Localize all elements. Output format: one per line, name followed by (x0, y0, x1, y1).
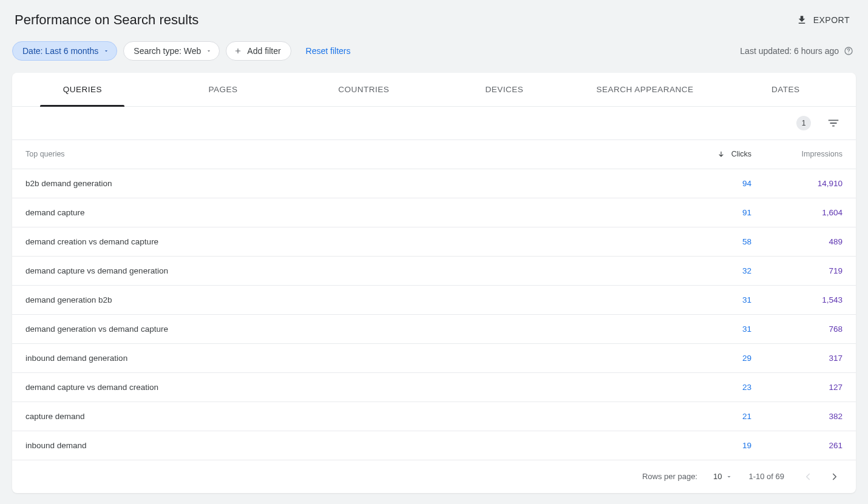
table-row[interactable]: capture demand21382 (12, 402, 856, 431)
clicks-cell: 19 (680, 431, 765, 460)
search-type-label: Search type: Web (134, 46, 201, 56)
date-filter-label: Date: Last 6 months (22, 46, 98, 56)
plus-icon (234, 47, 242, 55)
column-header-impressions[interactable]: Impressions (765, 140, 856, 169)
reset-filters-link[interactable]: Reset filters (306, 46, 351, 56)
chevron-right-icon (829, 471, 840, 482)
export-label: EXPORT (813, 15, 850, 25)
last-updated-text: Last updated: 6 hours ago (740, 46, 839, 56)
query-cell: demand generation vs demand capture (12, 314, 680, 343)
chevron-down-icon (103, 48, 109, 54)
pagination-range: 1-10 of 69 (748, 472, 784, 481)
rows-per-page-select[interactable]: 10 (713, 472, 733, 481)
impressions-cell: 261 (765, 431, 856, 460)
rows-per-page-value: 10 (713, 472, 722, 481)
query-cell: inbound demand (12, 431, 680, 460)
clicks-cell: 31 (680, 314, 765, 343)
table-row[interactable]: demand generation vs demand capture31768 (12, 314, 856, 343)
rows-per-page-label: Rows per page: (642, 472, 697, 481)
data-card: QUERIES PAGES COUNTRIES DEVICES SEARCH A… (12, 73, 856, 493)
query-cell: b2b demand generation (12, 169, 680, 198)
filter-count-badge[interactable]: 1 (796, 116, 811, 130)
sort-descending-icon (717, 150, 725, 159)
query-cell: capture demand (12, 402, 680, 431)
query-cell: demand creation vs demand capture (12, 227, 680, 256)
query-cell: demand capture vs demand generation (12, 256, 680, 285)
impressions-cell: 489 (765, 227, 856, 256)
last-updated: Last updated: 6 hours ago (740, 46, 853, 56)
impressions-cell: 719 (765, 256, 856, 285)
filter-list-button[interactable] (824, 114, 843, 132)
column-header-clicks[interactable]: Clicks (680, 140, 765, 169)
download-icon (796, 15, 807, 25)
table-row[interactable]: demand creation vs demand capture58489 (12, 227, 856, 256)
table-toolbar: 1 (12, 107, 856, 139)
table-row[interactable]: demand capture vs demand generation32719 (12, 256, 856, 285)
clicks-cell: 21 (680, 402, 765, 431)
page-title: Performance on Search results (15, 12, 198, 28)
chevron-left-icon (802, 471, 813, 482)
clicks-cell: 58 (680, 227, 765, 256)
tab-queries[interactable]: QUERIES (12, 73, 153, 106)
clicks-cell: 94 (680, 169, 765, 198)
table-row[interactable]: demand capture911,604 (12, 198, 856, 227)
column-header-query[interactable]: Top queries (12, 140, 680, 169)
page-header: Performance on Search results EXPORT (0, 0, 868, 36)
impressions-cell: 14,910 (765, 169, 856, 198)
next-page-button[interactable] (827, 469, 843, 485)
export-button[interactable]: EXPORT (793, 12, 853, 28)
query-cell: demand capture vs demand creation (12, 372, 680, 402)
date-filter-chip[interactable]: Date: Last 6 months (12, 41, 117, 61)
table-row[interactable]: inbound demand generation29317 (12, 343, 856, 372)
impressions-cell: 382 (765, 402, 856, 431)
impressions-cell: 127 (765, 372, 856, 402)
previous-page-button[interactable] (800, 469, 816, 485)
tabs: QUERIES PAGES COUNTRIES DEVICES SEARCH A… (12, 73, 856, 107)
svg-point-1 (848, 53, 849, 53)
filter-list-icon (827, 116, 840, 130)
table-row[interactable]: b2b demand generation9414,910 (12, 169, 856, 198)
chevron-down-icon (206, 48, 212, 54)
tab-pages[interactable]: PAGES (153, 73, 294, 106)
clicks-cell: 91 (680, 198, 765, 227)
filters-bar: Date: Last 6 months Search type: Web Add… (0, 36, 868, 73)
tab-devices[interactable]: DEVICES (434, 73, 575, 106)
clicks-cell: 32 (680, 256, 765, 285)
chevron-down-icon (725, 473, 733, 480)
impressions-cell: 1,543 (765, 285, 856, 314)
queries-table: Top queries Clicks Impressions b2b deman… (12, 139, 856, 460)
impressions-cell: 1,604 (765, 198, 856, 227)
table-row[interactable]: demand capture vs demand creation23127 (12, 372, 856, 402)
table-row[interactable]: demand generation b2b311,543 (12, 285, 856, 314)
impressions-cell: 768 (765, 314, 856, 343)
query-cell: inbound demand generation (12, 343, 680, 372)
help-icon[interactable] (844, 46, 853, 56)
clicks-cell: 29 (680, 343, 765, 372)
pagination: Rows per page: 10 1-10 of 69 (12, 460, 856, 493)
tab-dates[interactable]: DATES (715, 73, 856, 106)
impressions-cell: 317 (765, 343, 856, 372)
query-cell: demand generation b2b (12, 285, 680, 314)
query-cell: demand capture (12, 198, 680, 227)
tab-search-appearance[interactable]: SEARCH APPEARANCE (575, 73, 716, 106)
tab-countries[interactable]: COUNTRIES (293, 73, 434, 106)
clicks-cell: 31 (680, 285, 765, 314)
table-row[interactable]: inbound demand19261 (12, 431, 856, 460)
add-filter-chip[interactable]: Add filter (226, 41, 291, 61)
clicks-label: Clicks (731, 150, 751, 158)
search-type-filter-chip[interactable]: Search type: Web (123, 41, 220, 61)
clicks-cell: 23 (680, 372, 765, 402)
add-filter-label: Add filter (247, 46, 280, 56)
